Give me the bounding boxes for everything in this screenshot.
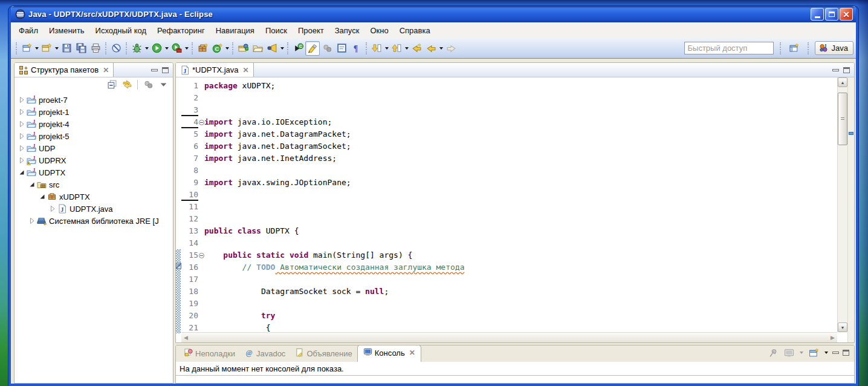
collapse-all-button[interactable] [106,79,118,91]
close-icon[interactable]: ✕ [409,348,415,357]
next-annotation-dropdown[interactable] [384,42,389,55]
vertical-scrollbar[interactable]: ▲ ▼ [837,77,847,332]
code-editor[interactable]: 1package xUDPTX;234import java.io.IOExce… [176,77,854,342]
expand-arrow-icon[interactable] [28,217,36,224]
show-whitespace-button[interactable]: ¶ [349,41,363,56]
scroll-up-icon[interactable]: ▲ [838,77,847,87]
new-project-dropdown[interactable] [54,42,59,55]
close-icon[interactable]: ✕ [243,66,249,74]
expand-arrow-icon[interactable] [18,157,25,164]
menu-Запуск[interactable]: Запуск [329,24,365,38]
scroll-left-icon[interactable]: ◀ [184,335,188,341]
save-all-button[interactable] [74,41,88,56]
skip-breakpoints-button[interactable] [109,41,123,56]
link-with-editor-button[interactable] [320,41,334,56]
display-console-button[interactable] [783,347,795,359]
tree-item-UDPTX.java[interactable]: JUDPTX.java [15,203,173,215]
new-project-button[interactable] [39,41,54,56]
maximize-view-icon[interactable] [162,67,169,73]
tree-item-UDPTX[interactable]: JUDPTX [15,166,173,178]
collapse-arrow-icon[interactable] [18,169,25,176]
minimize-view-icon[interactable] [832,352,839,354]
maximize-view-icon[interactable] [843,67,850,73]
minimize-view-icon[interactable] [151,69,158,71]
collapse-arrow-icon[interactable] [39,193,46,200]
menu-Проект[interactable]: Проект [293,24,329,38]
overview-ruler[interactable] [847,77,854,342]
tree-item-projekt-5[interactable]: Jprojekt-5 [15,130,173,142]
tree-item-xUDPTX[interactable]: xUDPTX [15,191,173,203]
save-button[interactable] [59,41,74,56]
menu-Исходный код[interactable]: Исходный код [90,24,152,38]
debug-button[interactable] [129,41,144,56]
tree-item-UDP[interactable]: JUDP [15,142,173,154]
tree-item-projekt-4[interactable]: Jprojekt-4 [15,118,173,130]
fold-collapse-icon[interactable] [199,120,204,125]
print-button[interactable] [88,41,103,56]
run-dropdown[interactable] [164,42,169,55]
pin-console-button[interactable] [767,347,779,359]
minimize-button[interactable] [811,8,824,21]
open-console-button-dropdown[interactable] [823,346,829,359]
expand-arrow-icon[interactable] [49,205,56,212]
view-menu-button[interactable] [157,79,169,91]
menu-Изменить[interactable]: Изменить [44,24,90,38]
menu-Справка[interactable]: Справка [394,24,436,38]
fold-collapse-icon[interactable] [199,253,204,258]
open-type-button[interactable] [236,41,250,56]
minimize-view-icon[interactable] [832,69,839,71]
external-tools-dropdown[interactable] [184,42,189,55]
close-icon[interactable]: ✕ [103,66,109,74]
previous-annotation-dropdown[interactable] [404,42,409,55]
new-class-dropdown[interactable] [224,42,230,55]
mark-occurrences-toggle[interactable] [305,41,320,56]
close-button[interactable]: ✕ [840,8,853,21]
console-tab-Консоль[interactable]: Консоль✕ [357,345,421,362]
new-wizard-dropdown[interactable] [34,42,39,55]
collapse-arrow-icon[interactable] [28,181,36,188]
show-source-element-button[interactable] [334,41,349,56]
menu-Поиск[interactable]: Поиск [260,24,293,38]
tree-item-Системная библиотека JRE [J[interactable]: Системная библиотека JRE [J [15,215,173,227]
focus-disabled-button[interactable] [142,79,154,91]
external-tools-button[interactable] [169,41,184,56]
java-perspective-button[interactable]: J Java [815,41,853,55]
tree-item-projekt-1[interactable]: Jprojekt-1 [15,106,173,118]
tree-item-UDPRX[interactable]: JUDPRX [15,154,173,166]
expand-arrow-icon[interactable] [18,108,25,116]
run-last-launch-button[interactable]: C [291,41,305,56]
console-tab-Неполадки[interactable]: Неполадки [179,345,240,362]
search-dropdown[interactable] [279,42,285,55]
tree-item-proekt-7[interactable]: Jproekt-7 [15,94,173,106]
back-dropdown[interactable] [438,42,444,55]
back-button[interactable] [424,41,438,56]
previous-annotation-button[interactable] [389,41,404,56]
menu-Навигация[interactable]: Навигация [210,24,260,38]
maximize-view-icon[interactable] [843,350,849,356]
debug-dropdown[interactable] [144,42,149,55]
title-bar[interactable]: Java - UDPTX/src/xUDPTX/UDPTX.java - Ecl… [11,6,856,22]
expand-arrow-icon[interactable] [18,145,25,152]
next-annotation-button[interactable] [369,41,384,56]
console-tab-Объявление[interactable]: Объявление [290,345,357,362]
maximize-button[interactable] [825,8,838,21]
tab-udptx-java[interactable]: J *UDPTX.java ✕ [176,63,254,77]
task-overview-marker[interactable] [849,132,853,135]
last-edit-location-button[interactable] [409,41,424,56]
link-with-editor-toggle[interactable] [121,79,133,91]
expand-arrow-icon[interactable] [18,96,25,103]
forward-button[interactable] [444,41,458,56]
expand-arrow-icon[interactable] [18,132,25,140]
quick-access-input[interactable] [684,42,774,54]
open-resource-button[interactable] [250,41,265,56]
tab-package-explorer[interactable]: Структура пакетов ✕ [15,63,114,77]
new-package-button[interactable] [195,41,210,56]
scroll-down-icon[interactable]: ▼ [838,322,847,332]
run-button[interactable] [149,41,164,56]
menu-Окно[interactable]: Окно [364,24,394,38]
new-class-button[interactable]: C [210,41,224,56]
search-button[interactable] [265,41,279,56]
open-perspective-button[interactable] [787,41,802,56]
menu-Рефакторинг[interactable]: Рефакторинг [152,24,210,38]
tree-item-src[interactable]: src [15,178,173,191]
